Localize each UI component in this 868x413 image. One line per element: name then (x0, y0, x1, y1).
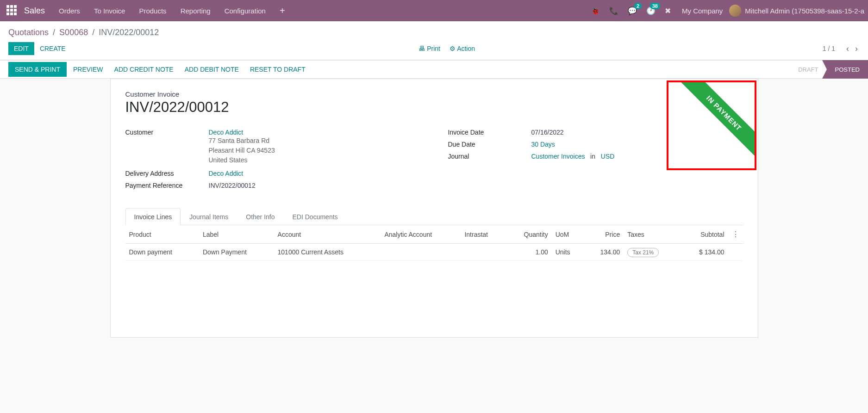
add-debit-note-button[interactable]: ADD DEBIT NOTE (185, 66, 239, 73)
customer-link[interactable]: Deco Addict (209, 129, 275, 136)
activities-badge: 38 (650, 3, 660, 9)
customer-address-2: Pleasant Hill CA 94523 (209, 146, 275, 155)
th-label: Label (199, 225, 274, 244)
th-account: Account (274, 225, 381, 244)
th-uom: UoM (552, 225, 584, 244)
pager: 1 / 1 (823, 45, 835, 52)
messages-icon[interactable]: 💬2 (628, 6, 637, 15)
label-delivery: Delivery Address (125, 170, 209, 177)
breadcrumb-order[interactable]: S00068 (59, 28, 88, 37)
avatar[interactable] (729, 5, 741, 17)
action-button[interactable]: ⚙ Action (450, 45, 475, 52)
columns-menu-icon[interactable]: ⋮ (732, 230, 739, 238)
customer-address-1: 77 Santa Barbara Rd (209, 136, 275, 146)
th-price: Price (584, 225, 624, 244)
table-row[interactable]: Down payment Down Payment 101000 Current… (125, 244, 743, 261)
form-sheet: IN PAYMENT Customer Invoice INV/2022/000… (110, 79, 758, 338)
stage-draft[interactable]: DRAFT (790, 60, 826, 79)
journal-in: in (590, 153, 595, 160)
menu-orders[interactable]: Orders (59, 7, 80, 15)
cell-product: Down payment (125, 244, 199, 261)
th-intrastat: Intrastat (461, 225, 506, 244)
send-print-button[interactable]: SEND & PRINT (8, 62, 67, 77)
statusbar: SEND & PRINT PREVIEW ADD CREDIT NOTE ADD… (0, 60, 868, 79)
th-quantity: Quantity (506, 225, 551, 244)
invoice-title: INV/2022/00012 (125, 99, 743, 116)
preview-button[interactable]: PREVIEW (73, 66, 103, 73)
action-label: Action (457, 45, 475, 52)
top-navbar: Sales Orders To Invoice Products Reporti… (0, 0, 868, 21)
th-product: Product (125, 225, 199, 244)
edit-button[interactable]: EDIT (8, 42, 34, 55)
phone-icon[interactable]: 📞 (609, 6, 618, 15)
bug-icon[interactable]: 🐞 (591, 6, 600, 15)
print-button[interactable]: 🖶 Print (418, 45, 440, 52)
cell-quantity: 1.00 (506, 244, 551, 261)
app-brand[interactable]: Sales (24, 6, 45, 16)
tab-invoice-lines[interactable]: Invoice Lines (125, 208, 181, 225)
cell-subtotal: $ 134.00 (681, 244, 728, 261)
customer-address-3: United States (209, 155, 275, 165)
messages-badge: 2 (634, 3, 642, 9)
tabs: Invoice Lines Journal Items Other Info E… (125, 208, 743, 225)
cell-label: Down Payment (199, 244, 274, 261)
th-subtotal: Subtotal (681, 225, 728, 244)
company-selector[interactable]: My Company (682, 7, 723, 15)
due-date-link[interactable]: 30 Days (531, 141, 555, 148)
tax-pill: Tax 21% (627, 248, 659, 257)
stage-posted[interactable]: POSTED (827, 60, 868, 79)
tab-edi-documents[interactable]: EDI Documents (284, 208, 347, 225)
ribbon-highlight: IN PAYMENT (667, 80, 756, 170)
invoice-date-value: 07/16/2022 (531, 129, 564, 136)
cell-account: 101000 Current Assets (274, 244, 381, 261)
control-panel: Quotations / S00068 / INV/2022/00012 EDI… (0, 21, 868, 60)
label-customer: Customer (125, 129, 209, 136)
tools-icon[interactable]: ✖ (665, 6, 671, 15)
menu-products[interactable]: Products (139, 7, 166, 15)
pager-prev-icon[interactable]: ‹ (846, 44, 849, 53)
journal-link[interactable]: Customer Invoices (531, 153, 585, 160)
breadcrumb-current: INV/2022/00012 (99, 28, 159, 37)
apps-icon[interactable] (6, 5, 18, 16)
menu-to-invoice[interactable]: To Invoice (94, 7, 125, 15)
breadcrumb: Quotations / S00068 / INV/2022/00012 (8, 28, 159, 37)
label-due-date: Due Date (448, 141, 531, 148)
payment-ribbon: IN PAYMENT (672, 80, 756, 165)
currency-link[interactable]: USD (601, 153, 615, 160)
th-analytic: Analytic Account (381, 225, 461, 244)
delivery-link[interactable]: Deco Addict (209, 170, 244, 177)
reset-draft-button[interactable]: RESET TO DRAFT (250, 66, 306, 73)
label-payref: Payment Reference (125, 182, 209, 189)
invoice-lines-table: Product Label Account Analytic Account I… (125, 225, 743, 261)
menu-configuration[interactable]: Configuration (225, 7, 266, 15)
user-menu[interactable]: Mitchell Admin (17505398-saas-15-2-a (745, 7, 864, 15)
add-credit-note-button[interactable]: ADD CREDIT NOTE (114, 66, 174, 73)
tab-journal-items[interactable]: Journal Items (181, 208, 237, 225)
menu-reporting[interactable]: Reporting (181, 7, 211, 15)
activities-icon[interactable]: 🕐38 (646, 6, 656, 15)
create-button[interactable]: CREATE (34, 42, 71, 55)
cell-analytic (381, 244, 461, 261)
invoice-type-label: Customer Invoice (125, 90, 743, 98)
cell-intrastat (461, 244, 506, 261)
cell-uom: Units (552, 244, 584, 261)
print-label: Print (427, 45, 440, 52)
th-taxes: Taxes (624, 225, 680, 244)
payment-reference-value: INV/2022/00012 (209, 182, 256, 189)
breadcrumb-quotations[interactable]: Quotations (8, 28, 49, 37)
tab-other-info[interactable]: Other Info (237, 208, 283, 225)
label-invoice-date: Invoice Date (448, 129, 531, 136)
cell-price: 134.00 (584, 244, 624, 261)
label-journal: Journal (448, 153, 531, 160)
new-menu-icon[interactable]: + (280, 6, 285, 16)
pager-next-icon[interactable]: › (855, 44, 858, 53)
